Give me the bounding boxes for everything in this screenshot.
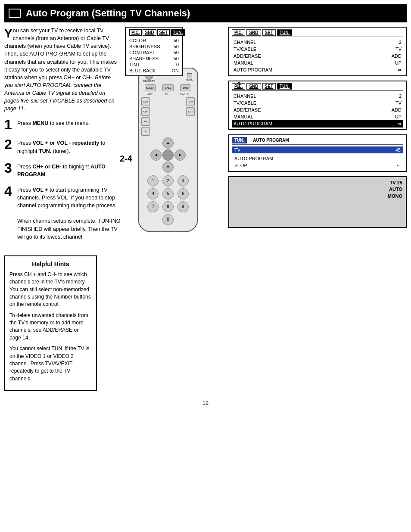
ap-label-autoprogram: AUTO PROGRAM (234, 156, 273, 161)
step-2-text: Press VOL + or VOL - repeatedly to highl… (17, 137, 121, 155)
osd-tab-set: SET (157, 29, 170, 36)
ap-tab-tun: TUN. (232, 137, 247, 143)
ch-minus-btn[interactable]: CH- (141, 107, 150, 116)
osd-value-tint: 0 (176, 62, 179, 67)
num-1-btn[interactable]: 1 (147, 175, 159, 187)
numpad: 1 2 3 4 5 6 7 8 9 0 (141, 175, 195, 225)
tv-av-btn[interactable]: TV/AV (186, 97, 195, 106)
label-cable: CABLE (180, 93, 189, 96)
mp1-row-channel: CHANNEL 2 (232, 39, 403, 46)
mp2-tab-snd: SND (246, 83, 261, 90)
nav-buttons: ▲ ◀ ▶ ▼ (141, 137, 195, 173)
osd-tab-pic: PIC. (129, 29, 142, 36)
nav-center-btn[interactable] (162, 149, 174, 161)
mp2-row-tvcable: TV/CABLE TV (232, 100, 403, 106)
mp2-value-manual: UP (395, 114, 402, 119)
num-2-btn[interactable]: 2 (162, 175, 174, 187)
vol-plus-btn[interactable]: V+ (141, 117, 150, 126)
call-btn[interactable]: CALL (162, 84, 174, 91)
osd-value-contrast: 50 (174, 50, 179, 55)
osd-row-color: COLOR 50 (129, 37, 179, 44)
helpful-hint-3: You cannot select TUN. if the TV is on t… (9, 345, 92, 383)
main-content: You can set your TV to receive local TV … (0, 22, 411, 251)
mp2-tab-tun: TUN. (277, 83, 292, 90)
step-number-3: 3 (4, 161, 14, 175)
osd-menu-1: PIC. SND SET TUN. COLOR 50 BRIGHTNESS 50… (125, 27, 183, 76)
mp1-row-adderase: ADD/ERASE ADD (232, 53, 403, 59)
ap-tv-value: 45 (395, 147, 401, 152)
menu-panel-1-tabs: PIC. SND SET TUN. (232, 29, 403, 37)
osd-label-blueback: BLUE BACK (129, 68, 156, 73)
step-4-text: Press VOL + to start programming TV chan… (17, 184, 121, 241)
left-side-buttons: CH+ CH- V+ V- (141, 97, 150, 136)
mp1-tab-set: SET (262, 29, 276, 36)
step-number-1: 1 (4, 118, 14, 131)
helpful-hint-1: Press CH + and CH- to see which channels… (9, 271, 92, 308)
nav-left-btn[interactable]: ◀ (150, 149, 162, 161)
tv-screen-line1: TV 25 (388, 180, 402, 186)
mp1-tab-tun: TUN. (277, 29, 292, 36)
mp1-value-adderase: ADD (392, 53, 402, 59)
vol-minus-btn[interactable]: V- (141, 127, 150, 136)
ap-row-stop: STOP ⇐ (232, 162, 403, 169)
mp2-value-channel: 2 (399, 93, 402, 99)
num-4-btn[interactable]: 4 (147, 188, 159, 199)
menu-panel-2-tabs: PIC. SND SET TUN. (232, 83, 403, 91)
step-number-2: 2 (4, 137, 14, 151)
sleep-btn[interactable]: SLEEP (145, 84, 156, 91)
mp1-row-tvcable: TV/CABLE TV (232, 46, 403, 53)
mp2-value-tvcable: TV (395, 100, 402, 106)
osd-row-tint: TINT 0 (129, 62, 179, 68)
nav-down-btn[interactable]: ▼ (162, 162, 174, 173)
num-7-btn[interactable]: 7 (147, 201, 159, 212)
nav-up-btn[interactable]: ▲ (162, 137, 174, 149)
mp1-value-manual: UP (395, 60, 402, 65)
num-5-btn[interactable]: 5 (162, 188, 174, 199)
dnd-btn[interactable]: DND (180, 84, 191, 91)
remote-label-row: ANT TV CABLE (141, 93, 195, 96)
step-1: 1 Press MENU to see the menu. (4, 118, 121, 131)
nav-grid: ▲ ◀ ▶ ▼ (150, 137, 186, 173)
page-title: Auto Program (Setting TV Channels) (26, 8, 190, 19)
step-label-1: 1 (237, 81, 241, 90)
mute-btn[interactable]: MUTE (186, 73, 193, 81)
auto-panel-header: TUN. AUTO PROGRAM (232, 137, 403, 145)
page-header: Auto Program (Setting TV Channels) (4, 4, 407, 22)
mp2-row-channel: CHANNEL 2 (232, 93, 403, 100)
panels-column: PIC. SND SET TUN. CHANNEL 2 TV/CABLE TV (228, 27, 407, 247)
osd-value-color: 50 (174, 38, 179, 43)
exit-btn[interactable]: EXIT (186, 107, 195, 116)
mp2-label-channel: CHANNEL (234, 93, 256, 99)
osd-label-contrast: CONTRAST (129, 50, 156, 55)
step-3: 3 Press CH+ or CH- to highlight AUTO PRO… (4, 161, 121, 178)
tv-icon (9, 9, 21, 18)
mp1-value-channel: 2 (399, 40, 402, 45)
mp2-value-autoprogram: ⇒ (398, 121, 402, 127)
num-3-btn[interactable]: 3 (177, 175, 189, 187)
mp1-row-autoprogram: AUTO PROGRAM ⇒ (232, 66, 403, 74)
num-0-btn[interactable]: 0 (162, 214, 174, 225)
osd-label-brightness: BRIGHTNESS (129, 44, 160, 49)
page-number: 12 (0, 395, 411, 411)
ch-plus-btn[interactable]: CH+ (141, 97, 150, 106)
tv-screen-info: TV 25 AUTO MONO (388, 180, 402, 199)
osd-tab-tun: TUN. (171, 29, 185, 36)
nav-right-btn[interactable]: ▶ (174, 149, 186, 161)
right-side-buttons: TV/AV EXIT (186, 97, 195, 136)
num-8-btn[interactable]: 8 (162, 201, 174, 212)
mp1-label-autoprogram: AUTO PROGRAM (234, 67, 272, 73)
osd-tabs-1: PIC. SND SET TUN. (129, 29, 179, 36)
side-buttons: CH+ CH- V+ V- TV/AV EXIT (141, 97, 195, 136)
num-6-btn[interactable]: 6 (177, 188, 189, 199)
label-antenna: ANT (147, 93, 153, 96)
auto-panel: TUN. AUTO PROGRAM TV 45 AUTO PROGRAM STO… (228, 134, 407, 172)
remote-body: STANDBY MUTE SLEEP CALL DND (138, 68, 198, 232)
mp1-tab-pic: PIC. (232, 29, 245, 36)
remote-area: PIC. SND SET TUN. COLOR 50 BRIGHTNESS 50… (125, 27, 224, 247)
osd-value-sharpness: 50 (174, 56, 179, 61)
helpful-hints-title: Helpful Hints (9, 261, 92, 268)
num-9-btn[interactable]: 9 (177, 201, 189, 212)
label-tv: TV (165, 93, 168, 96)
step-1-text: Press MENU to see the menu. (17, 118, 90, 127)
mp1-value-autoprogram: ⇒ (398, 67, 402, 73)
